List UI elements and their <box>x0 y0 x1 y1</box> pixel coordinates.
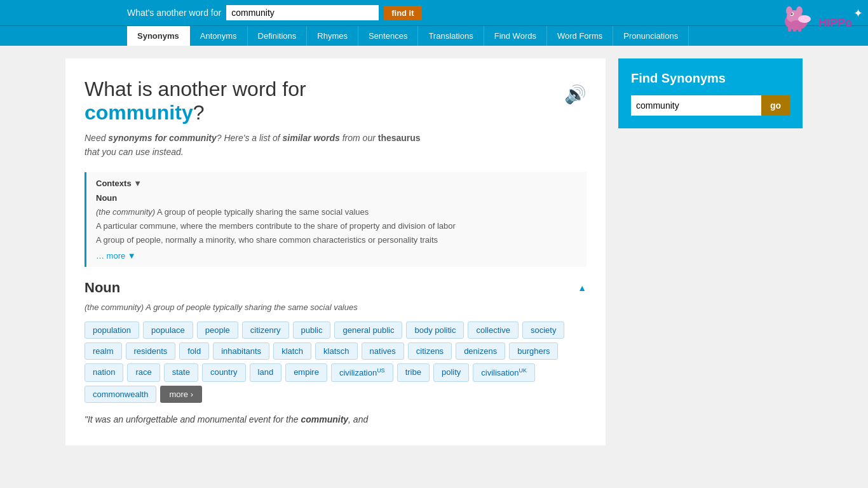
tab-antonyms[interactable]: Antonyms <box>190 26 248 46</box>
svg-rect-6 <box>793 27 796 32</box>
nav-tabs: Synonyms Antonyms Definitions Rhymes Sen… <box>0 25 868 46</box>
tab-synonyms[interactable]: Synonyms <box>127 26 190 46</box>
word-tag[interactable]: land <box>250 363 282 381</box>
tab-find-words[interactable]: Find Words <box>484 26 547 46</box>
svg-point-8 <box>798 15 811 23</box>
quote-text: "It was an unforgettable and monumental … <box>85 412 587 426</box>
word-tag[interactable]: klatch <box>273 342 311 360</box>
word-tag[interactable]: general public <box>334 322 402 339</box>
word-tag[interactable]: natives <box>362 342 404 360</box>
description-text: Need synonyms for community? Here's a li… <box>85 131 587 159</box>
tab-rhymes[interactable]: Rhymes <box>307 26 358 46</box>
logo-word: word <box>818 4 852 17</box>
tab-sentences[interactable]: Sentences <box>358 26 418 46</box>
word-tag[interactable]: realm <box>85 342 122 360</box>
svg-point-9 <box>786 6 792 15</box>
word-tag[interactable]: citizens <box>408 342 452 360</box>
word-tag[interactable]: residents <box>126 342 176 360</box>
word-tag[interactable]: inhabitants <box>213 342 269 360</box>
word-tag[interactable]: polity <box>433 363 469 381</box>
word-tag[interactable]: collective <box>468 322 518 339</box>
word-tag[interactable]: commonwealth <box>85 386 156 403</box>
word-tag[interactable]: race <box>127 363 159 381</box>
tab-word-forms[interactable]: Word Forms <box>547 26 613 46</box>
word-tag[interactable]: public <box>293 322 331 339</box>
word-tag[interactable]: tribe <box>397 363 430 381</box>
synonyms-search-input[interactable] <box>631 95 761 116</box>
context-item-1: (the community) A group of people typica… <box>96 207 577 218</box>
contexts-more-link[interactable]: … more ▼ <box>96 251 136 261</box>
search-label: What's another word for <box>127 8 221 18</box>
word-tag[interactable]: nation <box>85 363 123 381</box>
svg-point-10 <box>796 6 803 15</box>
synonyms-go-button[interactable]: go <box>761 95 790 116</box>
star-icon[interactable]: ✦ <box>853 6 863 20</box>
heading-suffix: ? <box>193 101 205 124</box>
search-input[interactable] <box>226 5 379 20</box>
find-it-button[interactable]: find it <box>384 6 421 20</box>
word-tags-container: population populace people citizenry pub… <box>85 322 587 402</box>
page-heading: What is another word for community? <box>85 78 587 125</box>
word-tag[interactable]: population <box>85 322 139 339</box>
word-tag[interactable]: body politic <box>406 322 464 339</box>
svg-rect-7 <box>798 27 801 32</box>
word-tag[interactable]: civilizationUS <box>331 363 393 381</box>
noun-section-header: Noun ▲ <box>85 280 587 296</box>
section-subtitle: (the community) A group of people typica… <box>85 302 587 312</box>
noun-label: Noun <box>96 193 577 203</box>
word-tag[interactable]: denizens <box>456 342 505 360</box>
tab-pronunciations[interactable]: Pronunciations <box>613 26 689 46</box>
word-tag[interactable]: civilisationUK <box>473 363 535 381</box>
word-tag[interactable]: populace <box>143 322 193 339</box>
contexts-header[interactable]: Contexts ▼ <box>96 179 577 188</box>
word-tag[interactable]: empire <box>285 363 327 381</box>
logo: word HiPPo <box>780 1 852 33</box>
word-tag[interactable]: country <box>202 363 246 381</box>
find-synonyms-box: Find Synonyms go <box>618 58 803 128</box>
heading-prefix: What is another word for <box>85 78 306 100</box>
context-item-3: A group of people, normally a minority, … <box>96 234 577 246</box>
svg-rect-5 <box>788 27 791 32</box>
contexts-box: Contexts ▼ Noun (the community) A group … <box>85 172 587 268</box>
heading-word: community <box>85 101 193 124</box>
word-tag[interactable]: people <box>197 322 238 339</box>
context-item-2: A particular commune, where the members … <box>96 220 577 232</box>
tab-translations[interactable]: Translations <box>418 26 484 46</box>
word-tag[interactable]: fold <box>179 342 209 360</box>
word-tag[interactable]: klatsch <box>315 342 357 360</box>
word-tag[interactable]: citizenry <box>242 322 289 339</box>
find-synonyms-title: Find Synonyms <box>631 71 790 86</box>
word-tag[interactable]: burghers <box>509 342 558 360</box>
logo-hippo: HiPPo <box>818 17 852 30</box>
section-title: Noun <box>85 280 120 296</box>
more-words-button[interactable]: more › <box>160 386 202 403</box>
tab-definitions[interactable]: Definitions <box>248 26 308 46</box>
speaker-icon[interactable]: 🔊 <box>564 84 587 105</box>
word-tag[interactable]: state <box>164 363 198 381</box>
collapse-button[interactable]: ▲ <box>578 283 587 293</box>
word-tag[interactable]: society <box>522 322 564 339</box>
